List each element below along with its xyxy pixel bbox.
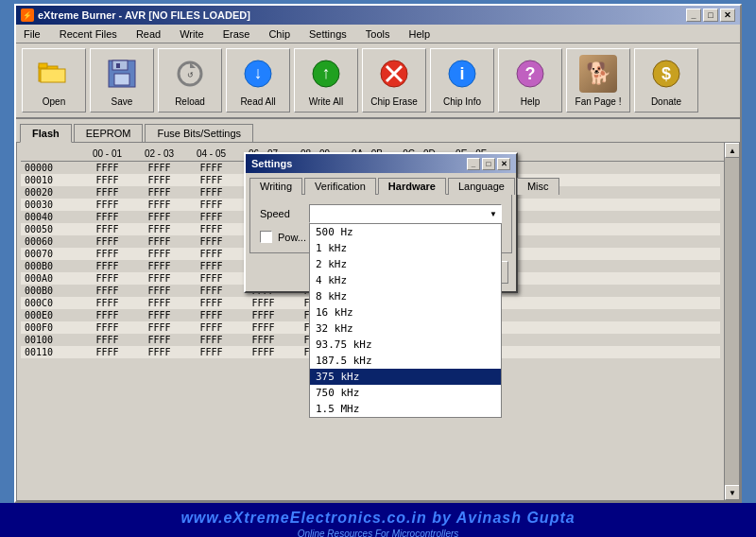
app-icon: ⚡ bbox=[21, 9, 34, 22]
speed-option-9375khz[interactable]: 93.75 kHz bbox=[310, 337, 501, 353]
chip-erase-button[interactable]: Chip Erase bbox=[362, 48, 426, 113]
dialog-maximize-button[interactable]: □ bbox=[482, 158, 495, 170]
speed-dropdown[interactable]: ▼ 500 Hz 1 kHz 2 kHz 4 kHz 8 kHz 16 kHz … bbox=[309, 204, 502, 223]
menu-file[interactable]: File bbox=[20, 27, 44, 41]
content-area: 00 - 01 02 - 03 04 - 05 06 - 07 08 - 09 … bbox=[16, 142, 740, 501]
open-label: Open bbox=[43, 96, 65, 107]
menu-tools[interactable]: Tools bbox=[362, 27, 394, 41]
chip-info-button[interactable]: i Chip Info bbox=[430, 48, 494, 113]
svg-text:↓: ↓ bbox=[254, 63, 263, 82]
open-button[interactable]: Open bbox=[22, 48, 86, 113]
help-label: Help bbox=[521, 96, 541, 107]
dialog-minimize-button[interactable]: _ bbox=[467, 158, 480, 170]
dialog-tabs: Writing Verification Hardware Language M… bbox=[246, 173, 516, 194]
menu-help[interactable]: Help bbox=[404, 27, 434, 41]
menu-chip[interactable]: Chip bbox=[265, 27, 294, 41]
write-all-label: Write All bbox=[309, 96, 344, 107]
app-title: eXtreme Burner - AVR [NO FILES LOADED] bbox=[38, 9, 250, 21]
speed-option-750khz[interactable]: 750 kHz bbox=[310, 385, 501, 401]
dialog-close-button[interactable]: ✕ bbox=[497, 158, 510, 170]
svg-rect-5 bbox=[114, 74, 129, 85]
donate-button[interactable]: $ Donate bbox=[634, 48, 698, 113]
menu-settings[interactable]: Settings bbox=[305, 27, 351, 41]
menu-erase[interactable]: Erase bbox=[219, 27, 254, 41]
tab-fuse[interactable]: Fuse Bits/Settings bbox=[145, 124, 253, 143]
fan-page-label: Fan Page ! bbox=[576, 96, 622, 107]
scrollbar[interactable]: ▲ ▼ bbox=[724, 143, 739, 500]
speed-option-4khz[interactable]: 4 kHz bbox=[310, 272, 501, 288]
power-label: Pow... bbox=[278, 232, 306, 243]
read-all-button[interactable]: ↓ Read All bbox=[226, 48, 290, 113]
speed-option-2khz[interactable]: 2 kHz bbox=[310, 256, 501, 272]
help-button[interactable]: ? Help bbox=[498, 48, 562, 113]
donate-label: Donate bbox=[651, 96, 681, 107]
svg-rect-6 bbox=[116, 63, 120, 68]
dialog-tab-writing[interactable]: Writing bbox=[249, 178, 302, 195]
footer: www.eXtremeElectronics.co.in by Avinash … bbox=[0, 503, 756, 537]
close-button[interactable]: ✕ bbox=[720, 9, 735, 22]
dialog-tab-misc[interactable]: Misc bbox=[517, 178, 559, 195]
write-all-button[interactable]: ↑ Write All bbox=[294, 48, 358, 113]
svg-text:$: $ bbox=[662, 64, 671, 83]
menu-write[interactable]: Write bbox=[176, 27, 207, 41]
svg-rect-1 bbox=[39, 63, 47, 68]
toolbar: Open Save ↺ Reload bbox=[16, 43, 740, 119]
speed-option-16khz[interactable]: 16 kHz bbox=[310, 304, 501, 320]
reload-label: Reload bbox=[175, 96, 205, 107]
speed-option-8khz[interactable]: 8 kHz bbox=[310, 288, 501, 304]
scroll-track[interactable] bbox=[725, 158, 739, 485]
dialog-tab-verification[interactable]: Verification bbox=[304, 178, 376, 195]
svg-text:?: ? bbox=[525, 64, 536, 83]
maximize-button[interactable]: □ bbox=[703, 9, 718, 22]
speed-dropdown-list: 500 Hz 1 kHz 2 kHz 4 kHz 8 kHz 16 kHz 32… bbox=[309, 223, 502, 418]
svg-text:↑: ↑ bbox=[322, 63, 331, 82]
menu-recent-files[interactable]: Recent Files bbox=[56, 27, 121, 41]
main-window: ⚡ eXtreme Burner - AVR [NO FILES LOADED]… bbox=[14, 4, 742, 503]
power-checkbox[interactable] bbox=[260, 231, 272, 243]
footer-main: www.eXtremeElectronics.co.in by Avinash … bbox=[180, 510, 575, 527]
tab-flash[interactable]: Flash bbox=[20, 124, 72, 143]
speed-option-1875khz[interactable]: 187.5 kHz bbox=[310, 353, 501, 369]
scroll-down-button[interactable]: ▼ bbox=[725, 485, 740, 500]
speed-option-375khz[interactable]: 375 kHz bbox=[310, 369, 501, 385]
dialog-title-text: Settings bbox=[251, 158, 292, 169]
footer-sub: Online Resources For Microcontrollers bbox=[298, 528, 459, 538]
save-button[interactable]: Save bbox=[90, 48, 154, 113]
dialog-tab-hardware[interactable]: Hardware bbox=[378, 178, 446, 195]
title-bar: ⚡ eXtreme Burner - AVR [NO FILES LOADED]… bbox=[16, 6, 740, 25]
dropdown-arrow-icon: ▼ bbox=[490, 210, 497, 218]
speed-option-32khz[interactable]: 32 kHz bbox=[310, 320, 501, 337]
svg-text:i: i bbox=[459, 64, 464, 83]
read-all-label: Read All bbox=[240, 96, 275, 107]
dialog-tab-language[interactable]: Language bbox=[448, 178, 515, 195]
svg-text:↺: ↺ bbox=[187, 71, 194, 79]
minimize-button[interactable]: _ bbox=[686, 9, 701, 22]
speed-label: Speed bbox=[260, 208, 301, 219]
svg-rect-2 bbox=[41, 69, 65, 82]
dialog-title-bar: Settings _ □ ✕ bbox=[246, 154, 516, 173]
scroll-up-button[interactable]: ▲ bbox=[725, 143, 740, 158]
save-label: Save bbox=[112, 96, 133, 107]
chip-erase-label: Chip Erase bbox=[370, 96, 417, 107]
main-tabs: Flash EEPROM Fuse Bits/Settings bbox=[16, 119, 740, 142]
dialog-content: Speed ▼ 500 Hz 1 kHz 2 kHz 4 kHz 8 kHz bbox=[249, 194, 512, 253]
chip-info-label: Chip Info bbox=[443, 96, 481, 107]
reload-button[interactable]: ↺ Reload bbox=[158, 48, 222, 113]
menu-bar: File Recent Files Read Write Erase Chip … bbox=[16, 25, 740, 43]
speed-option-1khz[interactable]: 1 kHz bbox=[310, 240, 501, 256]
tab-eeprom[interactable]: EEPROM bbox=[74, 124, 144, 143]
speed-option-15mhz[interactable]: 1.5 MHz bbox=[310, 401, 501, 417]
menu-read[interactable]: Read bbox=[132, 27, 164, 41]
settings-dialog: Settings _ □ ✕ Writing Verification Hard… bbox=[244, 152, 518, 293]
speed-option-500hz[interactable]: 500 Hz bbox=[310, 224, 501, 240]
fan-page-button[interactable]: 🐕 Fan Page ! bbox=[566, 48, 630, 113]
